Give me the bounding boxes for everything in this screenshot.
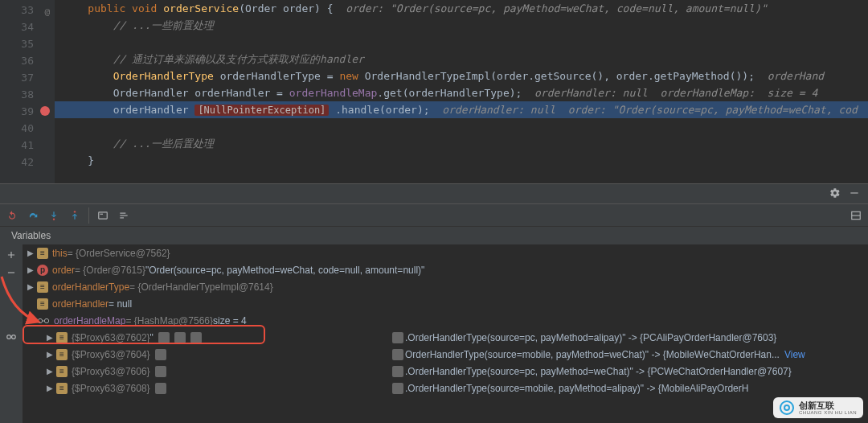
override-icon: @ (44, 3, 50, 20)
expand-icon[interactable]: ▶ (26, 265, 35, 274)
object-icon: ≡ (37, 298, 48, 310)
code-line-current: orderHandler [NullPointerException] .han… (55, 101, 868, 118)
watermark-sub: CHUANG XIN HU LIAN (799, 410, 857, 415)
object-icon: ≡ (56, 366, 68, 377)
variable-row-this[interactable]: ▶ ≡ this = {OrderService@7562} (23, 244, 868, 261)
add-watch-icon[interactable] (4, 248, 18, 262)
expand-icon[interactable]: ▶ (45, 350, 55, 359)
svg-point-2 (74, 211, 76, 212)
variable-row-orderhandlemap[interactable]: ▼ orderHandleMap = {HashMap@7566} size =… (23, 312, 868, 329)
collapse-icon[interactable]: ▼ (26, 316, 35, 325)
svg-rect-3 (99, 212, 108, 218)
truncated-icon (155, 383, 166, 394)
minimize-icon[interactable] (849, 187, 860, 201)
step-into-icon[interactable] (47, 208, 61, 223)
debug-panel-header (0, 183, 868, 204)
object-icon: ≡ (37, 248, 48, 259)
truncated-icon (190, 332, 202, 343)
svg-point-11 (7, 335, 11, 339)
map-entry-value: .OrderHandlerType(source=pc, payMethod=w… (392, 363, 792, 380)
truncated-icon (158, 332, 170, 343)
remove-watch-icon[interactable] (4, 265, 18, 280)
inline-debug-hint: orderHandler: null orderHandleMap: size … (534, 87, 817, 99)
step-out-icon[interactable] (68, 208, 82, 223)
editor-gutter: 33@ 34 35 36 37 38 39 40 41 42 (0, 0, 55, 183)
truncated-icon (155, 349, 166, 360)
line-number: 33@ (0, 2, 55, 18)
variable-row-orderhandlertype[interactable]: ▶ ≡ orderHandlerType = {OrderHandlerType… (23, 278, 868, 295)
evaluate-expression-icon[interactable] (96, 208, 110, 223)
truncated-icon (392, 366, 403, 377)
view-link[interactable]: View (784, 349, 805, 360)
expand-icon[interactable]: ▶ (45, 367, 55, 376)
code-line: // ...一些前置处理 (55, 17, 868, 34)
truncated-icon (155, 366, 166, 377)
line-number: 40 (0, 120, 55, 137)
truncated-icon (392, 332, 403, 343)
svg-rect-6 (120, 215, 127, 216)
code-editor: 33@ 34 35 36 37 38 39 40 41 42 public vo… (0, 0, 868, 183)
inline-debug-hint: orderHand (768, 70, 824, 82)
inline-debug-hint: order: "Order(source=pc, payMethod=weCha… (334, 2, 768, 14)
line-number: 42 (0, 154, 55, 170)
step-over-icon[interactable] (26, 208, 40, 223)
line-number: 38 (0, 86, 55, 103)
exception-inlay: [NullPointerException] (194, 105, 329, 116)
variables-side-toolbar (0, 244, 23, 423)
map-entry-value: .OrderHandlerType(source=mobile, payMeth… (392, 380, 748, 396)
object-icon: ≡ (56, 383, 68, 394)
expand-icon[interactable]: ▶ (45, 333, 55, 342)
expand-icon[interactable]: ▶ (26, 282, 35, 291)
layout-icon[interactable] (849, 208, 863, 223)
code-line (55, 118, 868, 135)
variables-panel: ▶ ≡ this = {OrderService@7562} ▶ p order… (0, 244, 868, 423)
svg-rect-10 (8, 272, 14, 273)
inline-debug-hint: orderHandler: null order: "Order(source=… (442, 104, 858, 116)
line-number[interactable]: 39 (0, 103, 55, 120)
code-line: OrderHandler orderHandler = orderHandleM… (55, 84, 868, 101)
object-icon: ≡ (56, 332, 68, 343)
svg-rect-7 (120, 217, 124, 218)
watermark-logo-icon (780, 400, 794, 415)
truncated-icon (392, 383, 403, 394)
trace-icon[interactable] (117, 208, 131, 223)
line-number: 37 (0, 69, 55, 86)
object-icon: ≡ (37, 281, 48, 293)
map-entry-value: .OrderHandlerType(source=pc, payMethod=a… (392, 329, 776, 346)
code-line: public void orderService(Order order) { … (55, 0, 868, 17)
code-line (55, 34, 868, 51)
svg-point-15 (44, 318, 48, 322)
parameter-icon: p (37, 265, 48, 276)
svg-point-14 (38, 318, 42, 322)
watches-icon[interactable] (4, 330, 18, 344)
variables-tree[interactable]: ▶ ≡ this = {OrderService@7562} ▶ p order… (23, 244, 868, 423)
code-line: } (55, 152, 868, 169)
watch-glasses-icon (37, 316, 50, 326)
svg-rect-4 (100, 213, 104, 214)
code-line: // ...一些后置处理 (55, 135, 868, 152)
truncated-icon (392, 349, 403, 360)
truncated-icon (174, 332, 186, 343)
watermark-brand: 创新互联 (799, 401, 857, 410)
breakpoint-icon[interactable] (40, 106, 50, 116)
line-number: 41 (0, 137, 55, 154)
line-number: 36 (0, 52, 55, 69)
watermark-badge: 创新互联 CHUANG XIN HU LIAN (773, 397, 863, 418)
line-number: 35 (0, 35, 55, 52)
expand-icon[interactable]: ▶ (45, 384, 55, 392)
svg-rect-5 (120, 212, 125, 213)
editor-content[interactable]: public void orderService(Order order) { … (55, 0, 868, 183)
svg-rect-0 (850, 192, 858, 193)
debug-toolbar (0, 204, 868, 227)
map-entry-value: OrderHandlerType(source=mobile, payMetho… (392, 346, 805, 363)
line-number: 34 (0, 18, 55, 35)
variable-row-orderhandler[interactable]: ≡ orderHandler = null (23, 295, 868, 312)
svg-point-12 (12, 335, 16, 339)
settings-icon[interactable] (829, 187, 841, 201)
separator (88, 207, 89, 224)
variable-row-order[interactable]: ▶ p order = {Order@7615} "Order(source=p… (23, 261, 868, 278)
object-icon: ≡ (56, 349, 68, 360)
expand-icon[interactable]: ▶ (26, 248, 35, 257)
restart-frame-icon[interactable] (5, 208, 19, 223)
svg-point-1 (53, 218, 55, 220)
